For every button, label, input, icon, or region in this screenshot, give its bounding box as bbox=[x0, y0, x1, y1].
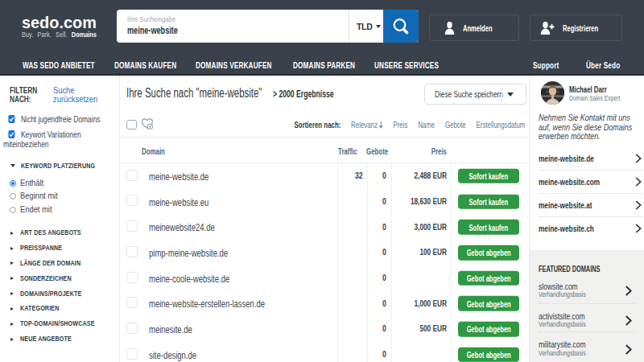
section-top-domain-showcase[interactable]: TOP-DOMAIN/SHOWCASE bbox=[10, 319, 120, 328]
checkbox-checked-icon[interactable] bbox=[8, 115, 14, 123]
price-cell: 500 EUR bbox=[407, 323, 447, 333]
nav-was-sedo-anbietet[interactable]: WAS SEDO ANBIETET bbox=[23, 60, 95, 70]
buy-now-button[interactable]: Sofort kaufen bbox=[458, 169, 519, 184]
main-nav: WAS SEDO ANBIETET DOMAINS KAUFEN DOMAINS… bbox=[0, 50, 644, 76]
row-checkbox[interactable] bbox=[126, 220, 138, 232]
domain-cell[interactable]: site-design.de bbox=[149, 348, 196, 360]
section-domains-projekte[interactable]: DOMAINS/PROJEKTE bbox=[10, 289, 102, 298]
row-checkbox[interactable] bbox=[126, 246, 138, 257]
bids-cell: 0 bbox=[372, 349, 386, 359]
section-laenge-der-domain[interactable]: LÄNGE DER DOMAIN bbox=[10, 258, 101, 268]
buy-now-button[interactable]: Sofort kaufen bbox=[458, 194, 519, 209]
bids-cell: 0 bbox=[372, 298, 386, 308]
column-header-domain[interactable]: Domain bbox=[142, 146, 165, 156]
table-row: meinewebsite24.de 0 3,000 EUR Sofort kau… bbox=[121, 214, 527, 240]
radio-beginnt-mit[interactable]: Beginnt mit bbox=[10, 191, 64, 200]
section-preisspanne[interactable]: PREISSPANNE bbox=[10, 243, 76, 253]
featured-domains: FEATURED DOMAINS slowsite.com Verhandlun… bbox=[530, 250, 644, 362]
place-bid-button[interactable]: Gebot abgeben bbox=[458, 245, 519, 261]
results-area: Ihre Suche nach "meine-website" > 2000 E… bbox=[121, 76, 529, 362]
page: sedo.com Buy. Park. Sell. Domains Ihre S… bbox=[0, 0, 644, 362]
table-row: meine-website.de 32 0 2,488 EUR Sofort k… bbox=[121, 162, 527, 188]
radio-endet-mit[interactable]: Endet mit bbox=[10, 204, 57, 214]
section-keyword-platzierung[interactable]: KEYWORD PLATZIERUNG bbox=[10, 161, 120, 171]
domain-cell[interactable]: meine-coole-website.de bbox=[149, 272, 229, 284]
tld-label: TLD bbox=[357, 22, 373, 31]
section-kategorien[interactable]: KATEGORIEN bbox=[10, 303, 72, 313]
search-input[interactable] bbox=[127, 25, 280, 36]
chevron-right-icon bbox=[635, 154, 642, 163]
nav-domains-kaufen[interactable]: DOMAINS KAUFEN bbox=[114, 60, 176, 70]
save-caret[interactable] bbox=[502, 84, 518, 104]
row-checkbox[interactable] bbox=[126, 195, 138, 206]
radio-icon bbox=[10, 193, 16, 200]
search-button[interactable] bbox=[383, 10, 419, 43]
contact-domain-item[interactable]: meine-website.de bbox=[539, 147, 642, 171]
radio-selected-icon bbox=[10, 180, 16, 187]
featured-item[interactable]: militarysite.com Verhandlungsbasis bbox=[539, 340, 635, 356]
nav-domains-verkaufen[interactable]: DOMAINS VERKAUFEN bbox=[196, 60, 272, 70]
featured-item[interactable]: activistsite.com Verhandlungsbasis bbox=[539, 312, 635, 328]
table-border-top bbox=[121, 137, 527, 138]
checkbox-checked-icon[interactable] bbox=[8, 130, 14, 138]
sort-name[interactable]: Name bbox=[418, 120, 435, 130]
select-all-checkbox[interactable] bbox=[126, 120, 137, 130]
filter-checkbox-variations-label: Keywort Variationen miteinbeziehen bbox=[3, 130, 81, 149]
domain-cell[interactable]: meinesite.de bbox=[149, 323, 192, 335]
domain-cell[interactable]: meine-website.eu bbox=[149, 195, 208, 208]
contact-domain-item[interactable]: meine-website.at bbox=[539, 194, 642, 217]
column-header-gebote[interactable]: Gebote bbox=[366, 146, 388, 156]
sort-preis[interactable]: Preis bbox=[393, 120, 407, 130]
price-cell: 18,630 EUR bbox=[407, 196, 447, 206]
user-plus-icon bbox=[540, 22, 555, 35]
sort-erstellungsdatum[interactable]: Erstellungsdatum bbox=[476, 120, 525, 130]
contact-domain-item[interactable]: meine-website.com bbox=[539, 171, 642, 194]
nav-unsere-services[interactable]: UNSERE SERVICES bbox=[374, 60, 439, 70]
search-icon bbox=[390, 16, 411, 37]
domain-cell[interactable]: meinewebsite24.de bbox=[149, 221, 215, 233]
add-favorite-icon[interactable] bbox=[141, 117, 154, 134]
nav-domains-parken[interactable]: DOMAINS PARKEN bbox=[293, 60, 355, 70]
logo-title: sedo.com bbox=[22, 15, 97, 30]
featured-item[interactable]: slowsite.com Verhandlungsbasis bbox=[539, 282, 635, 298]
row-checkbox[interactable] bbox=[126, 272, 138, 283]
section-sonderzeichen[interactable]: SONDERZEICHEN bbox=[10, 274, 89, 283]
sort-label: Sortieren nach: bbox=[294, 120, 341, 130]
place-bid-button[interactable]: Gebot abgeben bbox=[458, 322, 519, 337]
triangle-down-icon bbox=[10, 164, 15, 167]
buy-now-button[interactable]: Sofort kaufen bbox=[458, 220, 519, 235]
caret-down-icon bbox=[507, 93, 514, 97]
filter-checkbox-adult[interactable]: Nicht jugendfreie Domains bbox=[3, 114, 113, 124]
contact-domain-item[interactable]: meine-website.ch bbox=[539, 217, 642, 241]
row-checkbox[interactable] bbox=[126, 297, 138, 308]
sort-relevanz[interactable]: Relevanz bbox=[351, 120, 383, 130]
section-art-des-angebots[interactable]: ART DES ANGEBOTS bbox=[10, 228, 102, 237]
domain-cell[interactable]: meine-website.de bbox=[149, 170, 208, 182]
place-bid-button[interactable]: Gebot abgeben bbox=[458, 296, 519, 311]
section-neue-angebote[interactable]: NEUE ANGEBOTE bbox=[10, 334, 89, 343]
save-search-button[interactable]: Diese Suche speichern bbox=[424, 84, 526, 105]
tld-dropdown[interactable]: TLD bbox=[349, 10, 383, 43]
nav-ueber-sedo[interactable]: Über Sedo bbox=[586, 60, 620, 70]
reset-search-link[interactable]: Suche zurücksetzen bbox=[53, 86, 114, 104]
place-bid-button[interactable]: Gebot abgeben bbox=[458, 270, 519, 286]
row-checkbox[interactable] bbox=[126, 348, 138, 360]
user-icon bbox=[444, 22, 455, 35]
bids-cell: 0 bbox=[372, 196, 386, 206]
table-row: meine-website.eu 0 18,630 EUR Sofort kau… bbox=[121, 188, 527, 214]
login-button[interactable]: Anmelden bbox=[429, 14, 519, 41]
column-header-preis[interactable]: Preis bbox=[405, 146, 447, 156]
domain-cell[interactable]: meine-website-erstellen-lassen.de bbox=[149, 298, 265, 310]
price-cell: 100 EUR bbox=[407, 247, 447, 257]
radio-enthaelt[interactable]: Enthält bbox=[10, 178, 47, 187]
register-button[interactable]: Registrieren bbox=[530, 14, 622, 41]
row-checkbox[interactable] bbox=[126, 170, 138, 181]
chevron-right-icon bbox=[635, 200, 642, 210]
nav-support[interactable]: Support bbox=[533, 60, 559, 70]
filter-checkbox-variations[interactable]: Keywort Variationen miteinbeziehen bbox=[3, 130, 113, 149]
column-header-traffic[interactable]: Traffic bbox=[338, 146, 357, 156]
sort-gebote[interactable]: Gebote bbox=[445, 120, 466, 130]
domain-cell[interactable]: pimp-meine-website.de bbox=[149, 246, 228, 258]
row-checkbox[interactable] bbox=[126, 323, 138, 334]
place-bid-button[interactable]: Gebot abgeben bbox=[458, 348, 519, 362]
